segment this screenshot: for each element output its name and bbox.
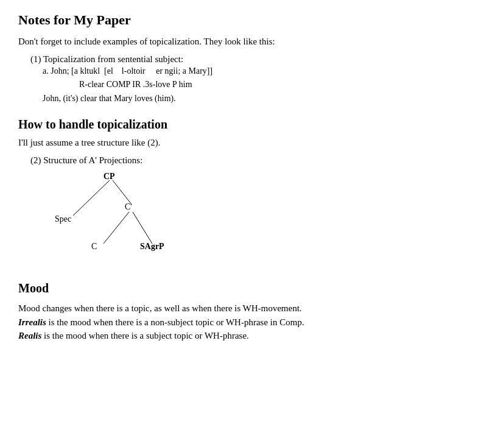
linguistic-line: a. John; [a kltukl [el l-oltoir er ngii;… [43,65,486,78]
heading-part2: topicalization [94,118,167,131]
tree-node-sagrp: SAgrP [140,242,164,252]
mood-line-1: Mood changes when there is a topic, as w… [18,301,486,315]
svg-line-3 [133,212,152,244]
mood-term-irrealis: Irrealis [18,317,46,327]
syntax-tree: CP Spec C' C SAgrP [55,172,189,269]
example-2-label: (2) Structure of A' Projections: [30,155,486,166]
mood-line-3-rest: is the mood when there is a subject topi… [41,331,248,340]
mood-text: Mood changes when there is a topic, as w… [18,301,486,343]
example-1-label: (1) Topicalization from sentential subje… [30,54,183,64]
tree-node-c: C [91,242,97,252]
tree-node-spec: Spec [55,214,71,224]
glosses-line: R-clear COMP IR .3s-love P him [79,78,486,91]
intro-text: Don't forget to include examples of topi… [18,37,486,47]
mood-term-realis: Realis [18,331,41,340]
svg-line-0 [73,180,110,216]
heading-part1: How to [18,118,59,131]
page-title: Notes for My Paper [18,12,486,28]
tree-node-cp: CP [103,172,115,182]
translation-line: John, (it's) clear that Mary loves (him)… [43,92,486,105]
mood-line-2: Irrealis is the mood when there is a non… [18,315,486,330]
tree-svg [55,172,189,269]
svg-line-1 [113,180,131,203]
mood-heading: Mood [18,281,486,295]
heading-bold: handle [59,118,94,131]
tree-node-cprime: C' [125,202,132,212]
example-1: (1) Topicalization from sentential subje… [30,54,486,105]
linguistic-example-1: a. John; [a kltukl [el l-oltoir er ngii;… [43,65,486,105]
svg-line-2 [103,212,129,244]
mood-line-2-rest: is the mood when there is a non-subject … [46,317,304,327]
mood-line-3: Realis is the mood when there is a subje… [18,329,486,343]
section-2-heading: How to handle topicalization [18,118,486,132]
section-2-body: I'll just assume a tree structure like (… [18,138,486,148]
